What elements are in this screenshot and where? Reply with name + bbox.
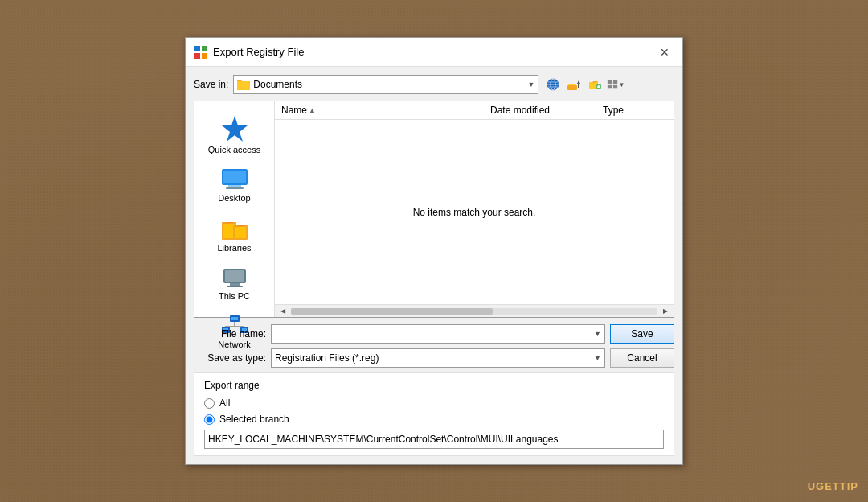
svg-rect-29 [235,227,246,238]
quick-access-icon [220,114,249,143]
export-range-title: Export range [204,380,664,391]
toolbar-up-icon[interactable] [564,75,583,94]
nav-item-thispc-label: This PC [219,291,250,301]
libraries-icon [220,216,249,241]
svg-rect-3 [202,53,207,59]
nav-item-libraries[interactable]: Libraries [199,211,271,257]
cancel-button[interactable]: Cancel [610,348,674,368]
toolbar-web-icon[interactable] [543,75,563,94]
selected-branch-radio[interactable] [204,414,215,425]
save-in-content: Documents [237,79,302,90]
svg-rect-18 [613,80,617,84]
nav-item-desktop-label: Desktop [218,193,250,203]
branch-input[interactable] [204,430,664,449]
save-in-label: Save in: [194,79,228,90]
selected-branch-label[interactable]: Selected branch [219,414,289,425]
svg-marker-11 [577,80,580,84]
svg-rect-0 [194,46,200,51]
empty-message: No items match your search. [413,207,536,218]
svg-rect-20 [613,85,617,88]
svg-rect-23 [223,171,246,183]
nav-item-quickaccess-label: Quick access [208,145,260,154]
watermark: UGETTIP [808,480,858,492]
horizontal-scrollbar[interactable]: ◀ ▶ [275,304,674,317]
svg-rect-35 [231,317,238,320]
selected-branch-radio-row: Selected branch [204,414,664,425]
col-header-name[interactable]: Name ▲ [281,105,490,116]
svg-rect-32 [230,283,240,286]
nav-item-quickaccess[interactable]: Quick access [199,109,271,159]
svg-rect-19 [608,85,612,88]
folder-icon-sm [237,79,250,90]
right-file-panel: Name ▲ Date modified Type No items match… [275,101,674,317]
save-as-type-label: Save as type: [194,352,266,364]
svg-rect-12 [578,84,579,88]
export-registry-dialog: Export Registry File ✕ Save in: Document… [185,37,683,465]
registry-icon [194,45,208,60]
file-content-area: No items match your search. [275,120,674,304]
title-bar: Export Registry File ✕ [186,38,682,67]
save-button[interactable]: Save [610,324,674,344]
save-as-type-value: Registration Files (*.reg) [275,352,379,364]
scroll-left-arrow[interactable]: ◀ [276,305,289,318]
file-name-input[interactable] [275,328,594,339]
save-in-value: Documents [253,79,302,90]
all-radio[interactable] [204,398,215,409]
svg-rect-27 [223,224,235,238]
toolbar-newfolder-icon[interactable] [585,75,604,94]
file-name-dropdown-arrow[interactable]: ▼ [594,330,601,338]
close-button[interactable]: ✕ [655,43,674,62]
svg-rect-10 [567,85,577,90]
thispc-icon [220,265,249,290]
nav-item-thispc[interactable]: This PC [199,261,271,306]
nav-item-desktop[interactable]: Desktop [199,163,271,208]
dialog-title: Export Registry File [213,46,304,58]
file-column-headers: Name ▲ Date modified Type [275,101,674,120]
scroll-track[interactable] [291,308,657,315]
dropdown-arrow: ▼ [527,80,534,88]
title-bar-left: Export Registry File [194,45,304,60]
left-nav-panel: Quick access Desktop [194,101,275,317]
svg-rect-1 [194,53,200,59]
file-area: Quick access Desktop [194,101,674,318]
svg-rect-2 [202,46,207,51]
svg-rect-17 [608,80,612,84]
all-radio-label[interactable]: All [219,397,230,409]
nav-item-libraries-label: Libraries [217,243,251,253]
save-in-dropdown[interactable]: Documents ▼ [233,75,538,94]
svg-rect-31 [225,270,244,282]
nav-item-network-label: Network [218,339,250,349]
col-header-date[interactable]: Date modified [490,105,603,116]
save-as-type-dropdown[interactable]: Registration Files (*.reg) ▼ [271,348,605,368]
export-range: Export range All Selected branch [194,372,674,456]
toolbar-icons: ▼ [543,75,625,94]
scroll-thumb [291,308,493,315]
svg-marker-21 [222,116,248,142]
scroll-right-arrow[interactable]: ▶ [659,305,672,318]
file-name-label: File name: [194,328,266,339]
all-radio-row: All [204,397,664,409]
desktop-icon [220,167,249,191]
svg-rect-33 [227,286,243,287]
save-in-row: Save in: Documents ▼ [194,75,674,94]
col-header-type[interactable]: Type [603,105,667,116]
svg-rect-25 [226,187,244,189]
svg-rect-24 [228,185,241,187]
dialog-body: Save in: Documents ▼ [186,67,682,464]
save-as-type-arrow[interactable]: ▼ [594,354,601,362]
file-name-input-wrapper[interactable]: ▼ [271,324,605,344]
toolbar-view-icon[interactable]: ▼ [606,75,625,94]
